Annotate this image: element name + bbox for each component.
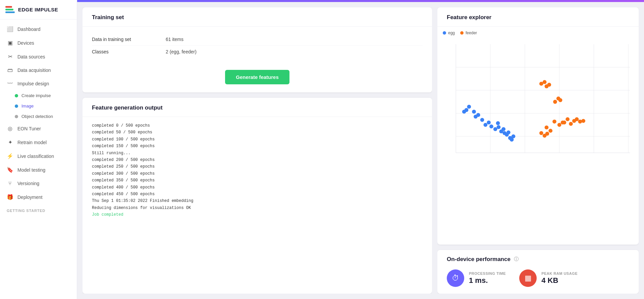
data-sources-icon: ✂ [7,53,13,60]
logo-bar-green [5,9,13,10]
feature-explorer-card: Feature explorer egg feeder [437,7,639,245]
svg-point-12 [472,110,476,114]
perf-processing-time: ⏱ PROCESSING TIME 1 ms. [447,269,506,287]
sidebar-sub-image[interactable]: Image [0,101,77,111]
svg-point-45 [578,120,582,124]
feature-output-title: Feature generation output [83,98,432,117]
sidebar-item-dashboard[interactable]: ⬜ Dashboard [0,22,77,36]
sidebar-item-eon-tuner[interactable]: ◎ EON Tuner [0,122,77,135]
retrain-model-icon: ✦ [7,139,13,145]
sidebar-item-data-sources[interactable]: ✂ Data sources [0,50,77,63]
svg-point-50 [547,83,551,87]
sidebar-sub-create-impulse[interactable]: Create impulse [0,90,77,101]
sidebar-item-label: EON Tuner [17,126,41,131]
chart-legend: egg feeder [443,31,633,35]
svg-point-14 [476,113,480,117]
output-line: completed 350 / 500 epochs [92,177,423,184]
output-line: completed 450 / 500 epochs [92,191,423,198]
sub-item-label: Create impulse [21,93,51,98]
svg-point-23 [501,127,505,131]
sidebar-item-label: Model testing [17,167,45,173]
training-row-classes: Classes 2 (egg, feeder) [92,46,423,58]
logo-bar-blue [5,11,15,13]
svg-point-51 [552,120,556,124]
impulse-design-icon: 〰 [7,81,13,87]
sidebar-item-label: Data acquisition [17,68,51,73]
svg-point-27 [506,130,511,134]
training-label-classes: Classes [92,49,166,54]
sidebar-sub-object-detection[interactable]: Object detection [0,111,77,122]
legend-egg-label: egg [448,31,455,35]
svg-point-39 [545,126,549,130]
sidebar: EDGE IMPULSE ⬜ Dashboard ▣ Devices ✂ Dat… [0,0,77,299]
svg-point-21 [496,121,500,125]
main-content: Training set Data in training set 61 ite… [77,0,644,299]
output-line: Reducing dimensions for visualizations O… [92,205,423,211]
sidebar-item-label: Data sources [17,54,45,59]
legend-egg: egg [443,31,455,35]
logo-area: EDGE IMPULSE [0,0,77,19]
generate-button-wrap: Generate features [83,65,432,92]
training-label-data: Data in training set [92,37,166,42]
sidebar-item-deployment[interactable]: 🎁 Deployment [0,190,77,204]
sidebar-item-devices[interactable]: ▣ Devices [0,36,77,50]
sidebar-item-label: Dashboard [17,27,41,32]
perf-header: On-device performance ⓘ [437,250,639,263]
peak-ram-info: PEAK RAM USAGE 4 KB [541,271,578,285]
logo-icon [5,6,15,13]
sidebar-item-live-classification[interactable]: ⚡ Live classification [0,149,77,163]
svg-point-41 [566,117,570,121]
feature-output-body[interactable]: completed 0 / 500 epochs completed 50 / … [83,117,432,294]
output-line: completed 150 / 500 epochs [92,143,423,150]
sidebar-item-label: Versioning [17,181,39,186]
sidebar-item-label: Live classification [17,154,54,159]
svg-point-15 [480,118,484,122]
peak-ram-value: 4 KB [541,276,578,285]
dashboard-icon: ⬜ [7,26,13,32]
perf-body: ⏱ PROCESSING TIME 1 ms. ▦ PEAK RAM USAGE… [437,263,639,294]
output-line: completed 200 / 500 epochs [92,157,423,163]
svg-point-54 [553,100,557,104]
legend-feeder: feeder [460,31,477,35]
processing-time-label: PROCESSING TIME [469,271,506,275]
output-line: Still running... [92,150,423,157]
right-column: Feature explorer egg feeder [437,7,639,294]
sidebar-item-data-acquisition[interactable]: 🗃 Data acquisition [0,63,77,77]
dot-image [15,104,18,108]
sidebar-item-model-testing[interactable]: 🔖 Model testing [0,163,77,177]
output-line: completed 250 / 500 epochs [92,163,423,170]
svg-point-29 [510,138,514,142]
sidebar-item-versioning[interactable]: ⑂ Versioning [0,177,77,190]
legend-egg-dot [443,31,446,35]
training-table: Data in training set 61 items Classes 2 … [83,27,432,65]
legend-feeder-dot [460,31,464,35]
perf-peak-ram-usage: ▦ PEAK RAM USAGE 4 KB [519,269,578,287]
content-area: Training set Data in training set 61 ite… [77,2,644,299]
getting-started-label: GETTING STARTED [0,204,77,215]
svg-point-20 [497,125,501,129]
sidebar-item-impulse-design[interactable]: 〰 Impulse design [0,77,77,90]
feature-explorer-title: Feature explorer [437,7,639,27]
training-set-title: Training set [83,7,432,27]
svg-point-11 [467,105,471,109]
sidebar-item-retrain-model[interactable]: ✦ Retrain model [0,135,77,149]
sidebar-item-label: Devices [17,40,34,46]
sub-item-label: Image [21,103,34,109]
legend-feeder-label: feeder [466,31,477,35]
left-column: Training set Data in training set 61 ite… [83,7,432,294]
sidebar-item-label: Impulse design [17,81,49,86]
output-line: completed 300 / 500 epochs [92,170,423,177]
svg-point-56 [558,98,562,102]
dot-create-impulse [15,94,18,97]
generate-features-button[interactable]: Generate features [225,70,289,84]
on-device-performance-card: On-device performance ⓘ ⏱ PROCESSING TIM… [437,250,639,294]
sub-item-label: Object detection [21,114,53,119]
perf-help-icon[interactable]: ⓘ [514,256,519,262]
live-classification-icon: ⚡ [7,153,13,159]
svg-point-48 [543,80,547,84]
job-completed-line: Job completed [92,211,423,218]
logo-text: EDGE IMPULSE [18,7,58,12]
training-row-data: Data in training set 61 items [92,33,423,46]
versioning-icon: ⑂ [7,180,13,186]
svg-point-42 [569,122,573,126]
